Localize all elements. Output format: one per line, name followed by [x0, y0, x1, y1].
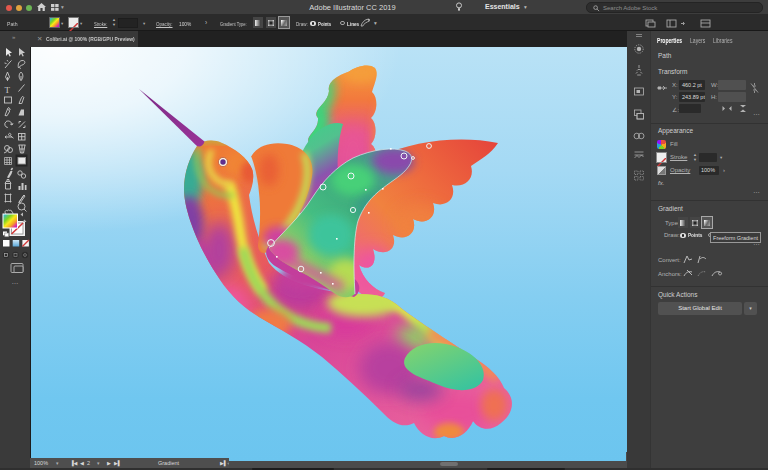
svg-text:T: T — [5, 85, 11, 95]
svg-text:»: » — [12, 34, 16, 40]
svg-text:…: … — [12, 278, 19, 285]
